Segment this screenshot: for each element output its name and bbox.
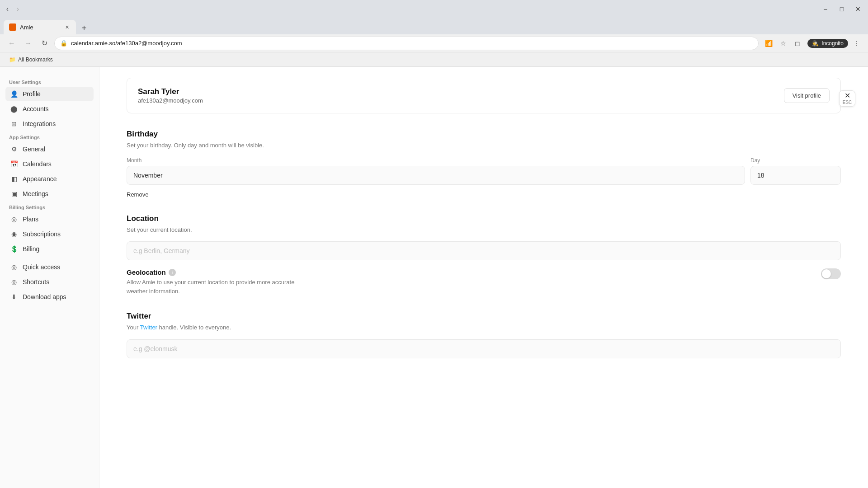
bookmarks-bar: 📁 All Bookmarks <box>0 52 868 67</box>
reload-button[interactable]: ↻ <box>38 37 51 50</box>
sidebar-subscriptions-label: Subscriptions <box>23 230 61 238</box>
close-settings-button[interactable]: ✕ ESC <box>839 90 855 107</box>
remove-birthday-button[interactable]: Remove <box>127 191 148 198</box>
location-input[interactable] <box>127 241 841 260</box>
day-group: Day <box>750 157 841 185</box>
twitter-desc-suffix: handle. Visible to everyone. <box>157 324 231 331</box>
month-input[interactable] <box>127 166 745 185</box>
geo-label-group: Geolocation i Allow Amie to use your cur… <box>127 268 307 296</box>
twitter-input[interactable] <box>127 339 841 358</box>
sidebar-item-plans[interactable]: ◎ Plans <box>5 212 94 226</box>
appearance-icon: ◧ <box>10 175 18 183</box>
title-bar: ‹ › – □ ✕ <box>0 0 868 18</box>
download-apps-icon: ⬇ <box>10 293 18 301</box>
day-input[interactable] <box>750 166 841 185</box>
toolbar-actions: 📶 ☆ ◻ 🕵 Incognito ⋮ <box>762 37 863 50</box>
sidebar-meetings-label: Meetings <box>23 190 48 197</box>
sidebar-quick-access-label: Quick access <box>23 263 60 271</box>
address-text: calendar.amie.so/afe130a2@moodjoy.com <box>71 40 182 47</box>
sidebar-item-billing[interactable]: 💲 Billing <box>5 242 94 256</box>
profile-name: Sarah Tyler <box>138 87 203 96</box>
sidebar-item-profile[interactable]: 👤 Profile <box>5 87 94 101</box>
close-x-icon: ✕ <box>844 92 850 99</box>
general-icon: ⚙ <box>10 145 18 153</box>
browser-chrome: ‹ › – □ ✕ Amie ✕ + ← → ↻ 🔒 calendar.amie… <box>0 0 868 67</box>
bookmarks-folder[interactable]: 📁 All Bookmarks <box>5 55 57 64</box>
visit-profile-button[interactable]: Visit profile <box>784 88 830 103</box>
sidebar-item-meetings[interactable]: ▣ Meetings <box>5 187 94 201</box>
sidebar-item-quick-access[interactable]: ◎ Quick access <box>5 260 94 274</box>
billing-icon: 💲 <box>10 245 18 253</box>
active-tab[interactable]: Amie ✕ <box>4 20 76 34</box>
geo-title-text: Geolocation <box>127 268 166 276</box>
page-content: User Settings 👤 Profile ⬤ Accounts ⊞ Int… <box>0 67 868 488</box>
tab-close-button[interactable]: ✕ <box>63 23 71 31</box>
birthday-desc: Set your birthday. Only day and month wi… <box>127 141 841 150</box>
quick-access-icon: ◎ <box>10 263 18 271</box>
user-settings-label: User Settings <box>5 80 94 85</box>
sidebar-item-appearance[interactable]: ◧ Appearance <box>5 172 94 186</box>
back-nav-button[interactable]: ← <box>5 37 18 50</box>
sidebar-item-download-apps[interactable]: ⬇ Download apps <box>5 290 94 304</box>
sidebar-item-general[interactable]: ⚙ General <box>5 142 94 156</box>
close-window-button[interactable]: ✕ <box>852 3 864 15</box>
forward-button[interactable]: › <box>14 3 22 15</box>
integrations-icon: ⊞ <box>10 120 18 128</box>
geolocation-toggle[interactable] <box>821 268 841 279</box>
sidebar-accounts-label: Accounts <box>23 105 49 113</box>
sidebar-item-shortcuts[interactable]: ◎ Shortcuts <box>5 275 94 289</box>
incognito-badge: 🕵 Incognito <box>807 39 848 48</box>
billing-settings-label: Billing Settings <box>5 205 94 210</box>
menu-button[interactable]: ⋮ <box>850 37 863 50</box>
cast-button[interactable]: 📶 <box>762 37 775 50</box>
twitter-title: Twitter <box>127 312 841 321</box>
location-desc: Set your current location. <box>127 225 841 235</box>
subscriptions-icon: ◉ <box>10 230 18 238</box>
address-bar[interactable]: 🔒 calendar.amie.so/afe130a2@moodjoy.com <box>54 37 759 50</box>
sidebar-plans-label: Plans <box>23 216 38 223</box>
split-button[interactable]: ◻ <box>791 37 804 50</box>
main-panel: Sarah Tyler afe130a2@moodjoy.com Visit p… <box>99 67 868 488</box>
profile-icon: 👤 <box>10 90 18 98</box>
shortcuts-icon: ◎ <box>10 278 18 286</box>
profile-card: Sarah Tyler afe130a2@moodjoy.com Visit p… <box>127 78 841 113</box>
birthday-title: Birthday <box>127 130 841 139</box>
incognito-icon: 🕵 <box>812 40 819 47</box>
maximize-button[interactable]: □ <box>835 3 848 15</box>
sidebar-profile-label: Profile <box>23 90 41 98</box>
bookmark-button[interactable]: ☆ <box>777 37 789 50</box>
accounts-icon: ⬤ <box>10 105 18 113</box>
sidebar-item-integrations[interactable]: ⊞ Integrations <box>5 117 94 131</box>
plans-icon: ◎ <box>10 215 18 223</box>
tab-title: Amie <box>20 24 60 31</box>
new-tab-button[interactable]: + <box>78 22 90 34</box>
twitter-link[interactable]: Twitter <box>140 324 157 331</box>
profile-info: Sarah Tyler afe130a2@moodjoy.com <box>138 87 203 104</box>
sidebar-item-subscriptions[interactable]: ◉ Subscriptions <box>5 227 94 241</box>
twitter-desc-prefix: Your <box>127 324 140 331</box>
sidebar-item-accounts[interactable]: ⬤ Accounts <box>5 102 94 116</box>
minimize-button[interactable]: – <box>819 3 832 15</box>
birthday-section: Birthday Set your birthday. Only day and… <box>127 130 841 198</box>
meetings-icon: ▣ <box>10 190 18 198</box>
calendars-icon: 📅 <box>10 160 18 168</box>
sidebar-general-label: General <box>23 145 45 153</box>
twitter-desc: Your Twitter handle. Visible to everyone… <box>127 323 841 332</box>
location-section: Location Set your current location. Geol… <box>127 214 841 296</box>
twitter-section: Twitter Your Twitter handle. Visible to … <box>127 312 841 358</box>
sidebar: User Settings 👤 Profile ⬤ Accounts ⊞ Int… <box>0 67 99 488</box>
sidebar-item-calendars[interactable]: 📅 Calendars <box>5 157 94 171</box>
geo-desc: Allow Amie to use your current location … <box>127 278 307 296</box>
geo-title: Geolocation i <box>127 268 307 276</box>
profile-email: afe130a2@moodjoy.com <box>138 97 203 104</box>
birthday-fields: Month Day <box>127 157 841 185</box>
geolocation-row: Geolocation i Allow Amie to use your cur… <box>127 268 841 296</box>
sidebar-calendars-label: Calendars <box>23 160 52 168</box>
geo-info-icon[interactable]: i <box>169 269 176 276</box>
sidebar-integrations-label: Integrations <box>23 120 56 127</box>
month-label: Month <box>127 157 745 164</box>
back-button[interactable]: ‹ <box>4 3 11 15</box>
location-title: Location <box>127 214 841 223</box>
forward-nav-button[interactable]: → <box>22 37 34 50</box>
sidebar-download-apps-label: Download apps <box>23 293 66 300</box>
